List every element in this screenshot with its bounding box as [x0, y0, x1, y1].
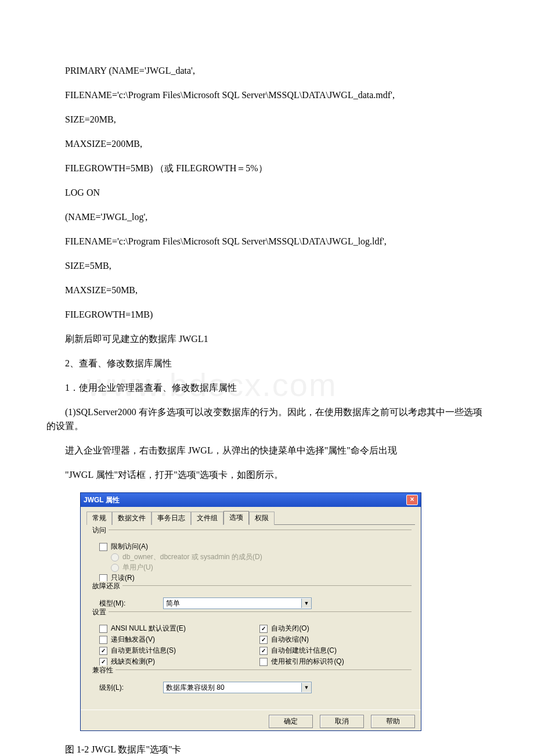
label-torn: 残缺页检测(P): [111, 657, 155, 667]
legend-settings: 设置: [90, 607, 109, 617]
tab-general[interactable]: 常规: [86, 512, 112, 525]
dropdown-recovery-value: 简单: [166, 599, 180, 609]
checkbox-torn[interactable]: [99, 658, 107, 666]
paragraph: FILENAME='c:\Program Files\Microsoft SQL…: [46, 235, 488, 249]
label-level: 级别(L):: [99, 683, 163, 693]
paragraph: 1．使用企业管理器查看、修改数据库属性: [46, 381, 488, 395]
label-ansi-null: ANSI NULL 默认设置(E): [111, 624, 186, 633]
group-compat: 兼容性 级别(L): 数据库兼容级别 80 ▼: [90, 669, 412, 693]
paragraph: FILEGROWTH=1MB): [46, 308, 488, 322]
tab-datafiles[interactable]: 数据文件: [112, 512, 151, 525]
tab-options[interactable]: 选项: [223, 511, 249, 525]
cancel-button[interactable]: 取消: [320, 715, 364, 728]
help-button[interactable]: 帮助: [371, 715, 415, 728]
legend-access: 访问: [90, 525, 109, 535]
dialog-title: JWGL 属性: [84, 495, 120, 505]
checkbox-restrict-access[interactable]: [99, 543, 107, 551]
paragraph: 刷新后即可见建立的数据库 JWGL1: [46, 332, 488, 346]
radio-single-user: [111, 564, 119, 572]
checkbox-autostats[interactable]: [99, 647, 107, 655]
label-autoshrink: 自动收缩(N): [271, 635, 309, 645]
paragraph: 进入企业管理器，右击数据库 JWGL，从弹出的快捷菜单中选择"属性"命令后出现: [46, 444, 488, 458]
paragraph: 2、查看、修改数据库属性: [46, 357, 488, 370]
legend-compat: 兼容性: [90, 665, 116, 675]
label-recursive: 递归触发器(V): [111, 635, 155, 645]
paragraph: FILEGROWTH=5MB) （或 FILEGROWTH＝5%）: [46, 161, 488, 175]
radio-members: [111, 553, 119, 561]
group-settings: 设置 ANSI NULL 默认设置(E) 自动关闭(O) 递归触发器(V): [90, 611, 412, 667]
label-autostats: 自动更新统计信息(S): [111, 646, 176, 656]
tab-strip: 常规 数据文件 事务日志 文件组 选项 权限: [86, 510, 415, 525]
label-restrict-access: 限制访问(A): [111, 542, 148, 552]
paragraph: "JWGL 属性"对话框，打开"选项"选项卡，如图所示。: [46, 468, 488, 482]
tab-filegroup[interactable]: 文件组: [191, 512, 223, 525]
checkbox-recursive[interactable]: [99, 636, 107, 644]
checkbox-quoted[interactable]: [259, 658, 268, 666]
figure-caption: 图 1-2 JWGL 数据库"选项"卡: [46, 743, 488, 756]
paragraph: SIZE=5MB,: [46, 259, 488, 273]
paragraph: MAXSIZE=50MB,: [46, 283, 488, 297]
dropdown-recovery-model[interactable]: 简单 ▼: [163, 597, 312, 609]
paragraph: (1)SQLServer2000 有许多选项可以改变数据库的行为。因此，在使用数…: [46, 405, 488, 433]
label-single-user: 单用户(U): [122, 563, 153, 573]
checkbox-autoshrink[interactable]: [259, 636, 268, 644]
legend-recovery: 故障还原: [90, 581, 122, 591]
close-icon[interactable]: ×: [406, 495, 418, 505]
chevron-down-icon: ▼: [301, 599, 311, 608]
checkbox-autoclose[interactable]: [259, 625, 268, 633]
dropdown-compat-value: 数据库兼容级别 80: [166, 683, 225, 693]
label-autoclose: 自动关闭(O): [271, 624, 309, 633]
label-autocreate: 自动创建统计信息(C): [271, 646, 337, 656]
paragraph: LOG ON: [46, 186, 488, 200]
button-row: 确定 取消 帮助: [81, 710, 421, 730]
dialog-titlebar[interactable]: JWGL 属性 ×: [81, 493, 421, 507]
paragraph: MAXSIZE=200MB,: [46, 137, 488, 151]
paragraph: (NAME='JWGL_log',: [46, 210, 488, 224]
label-quoted: 使用被引用的标识符(Q): [271, 657, 344, 667]
label-model: 模型(M):: [99, 599, 163, 609]
tab-translog[interactable]: 事务日志: [151, 512, 191, 525]
label-members: db_owner、dbcreator 或 sysadmin 的成员(D): [122, 552, 262, 562]
checkbox-ansi-null[interactable]: [99, 625, 107, 633]
tab-permissions[interactable]: 权限: [249, 512, 275, 525]
checkbox-autocreate[interactable]: [259, 647, 268, 655]
group-recovery: 故障还原 模型(M): 简单 ▼: [90, 585, 412, 609]
paragraph: FILENAME='c:\Program Files\Microsoft SQL…: [46, 88, 488, 102]
properties-dialog: JWGL 属性 × 常规 数据文件 事务日志 文件组 选项 权限 访问 限制访问…: [80, 492, 421, 731]
chevron-down-icon: ▼: [301, 683, 311, 692]
dropdown-compat-level[interactable]: 数据库兼容级别 80 ▼: [163, 682, 312, 693]
paragraph: PRIMARY (NAME='JWGL_data',: [46, 64, 488, 78]
paragraph: SIZE=20MB,: [46, 113, 488, 127]
group-access: 访问 限制访问(A) db_owner、dbcreator 或 sysadmin…: [90, 530, 412, 583]
ok-button[interactable]: 确定: [269, 715, 313, 728]
